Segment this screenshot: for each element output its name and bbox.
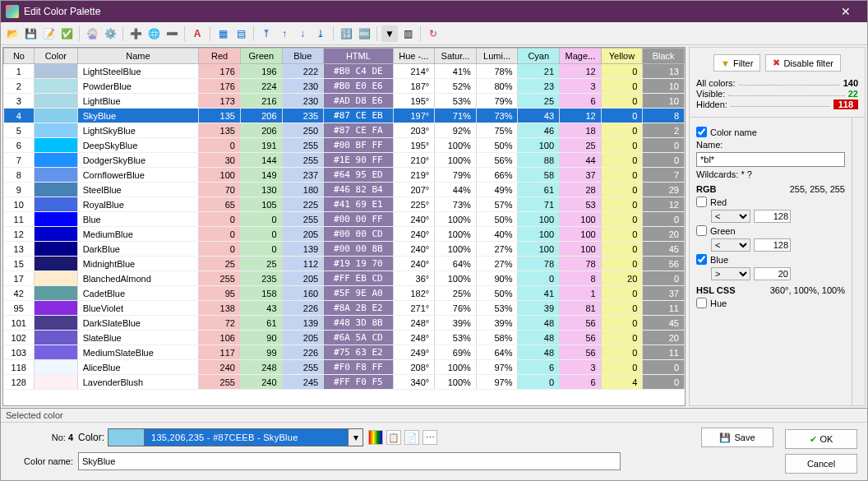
table-row[interactable]: 95BlueViolet13843226#8A 2B E2271°76%53%3… (4, 301, 685, 316)
bottom-icon[interactable]: ⤓ (312, 25, 329, 42)
palette-icon[interactable] (368, 430, 383, 445)
refresh-icon[interactable]: ↻ (425, 25, 441, 42)
table-row[interactable]: 12MediumBlue00205#00 00 CD240°100%40%100… (4, 227, 685, 242)
hue-checkbox[interactable]: Hue (696, 298, 845, 308)
green-checkbox[interactable]: Green (696, 225, 845, 236)
table-row[interactable]: 3LightBlue173216230#AD D8 E6195°53%79%25… (4, 94, 685, 109)
table-row[interactable]: 101DarkSlateBlue7261139#48 3D 8B248°39%3… (4, 316, 685, 331)
name-filter-input[interactable] (696, 152, 845, 167)
table-row[interactable]: 102SlateBlue10690205#6A 5A CD248°53%58%4… (4, 331, 685, 345)
red-op[interactable]: < (711, 210, 750, 223)
col-header[interactable]: Hue -... (393, 49, 435, 64)
table-row[interactable]: 17BlanchedAlmond255235205#FF EB CD36°100… (4, 271, 685, 286)
col-header[interactable]: Green (240, 49, 282, 64)
paste-icon[interactable]: 📄 (404, 430, 419, 445)
col-header[interactable]: Yellow (601, 49, 643, 64)
cancel-button[interactable]: Cancel (785, 454, 857, 474)
blue-val[interactable] (754, 267, 791, 280)
blue-checkbox[interactable]: Blue (696, 254, 845, 265)
col-header[interactable]: Black (643, 49, 685, 64)
table-row[interactable]: 128LavenderBlush255240245#FF F0 F5340°10… (4, 375, 685, 390)
check-icon[interactable]: ✅ (58, 25, 75, 42)
col-header[interactable]: Blue (282, 49, 324, 64)
table-row[interactable]: 1LightSteelBlue176196222#B0 C4 DE214°41%… (4, 64, 685, 79)
color-name-input[interactable] (78, 452, 621, 470)
side-scrollbar[interactable] (852, 118, 865, 405)
window-title: Edit Color Palette (24, 6, 829, 17)
chevron-down-icon[interactable]: ▾ (348, 429, 362, 446)
ok-button[interactable]: ✔OK (785, 429, 857, 449)
remove-icon[interactable]: ➖ (164, 25, 180, 42)
gear-icon[interactable]: ⚙️ (102, 25, 118, 42)
font-icon[interactable]: A (189, 25, 205, 42)
selected-color-panel: Selected color No: 4 Color: 135,206,235 … (1, 408, 867, 480)
add-icon[interactable]: ➕ (127, 25, 144, 42)
more-icon[interactable]: ⋯ (422, 430, 437, 445)
edit-icon[interactable]: 📝 (40, 25, 57, 42)
filter-button[interactable]: ▼Filter (713, 54, 760, 72)
table-row[interactable]: 5LightSkyBlue135206250#87 CE FA203°92%75… (4, 123, 685, 138)
red-checkbox[interactable]: Red (696, 197, 845, 207)
colorname-checkbox[interactable]: Color name (696, 127, 845, 137)
combo-swatch (108, 429, 145, 446)
table-row[interactable]: 118AliceBlue240248255#F0 F8 FF208°100%97… (4, 360, 685, 375)
table-row[interactable]: 15MidnightBlue2525112#19 19 70240°64%27%… (4, 257, 685, 271)
table-row[interactable]: 6DeepSkyBlue0191255#00 BF FF195°100%50%1… (4, 138, 685, 153)
wheel-icon[interactable]: 🎡 (84, 25, 100, 42)
table-row[interactable]: 10RoyalBlue65105225#41 69 E1225°73%57%71… (4, 197, 685, 212)
open-icon[interactable]: 📂 (4, 25, 21, 42)
col-header[interactable]: Red (199, 49, 241, 64)
red-val[interactable] (754, 210, 791, 223)
close-icon[interactable]: ✕ (829, 5, 862, 18)
app-icon (6, 5, 19, 18)
col-header[interactable]: No (4, 49, 35, 64)
grid1-icon[interactable]: ▦ (215, 25, 231, 42)
grid2-icon[interactable]: ▤ (233, 25, 249, 42)
col-header[interactable]: Mage... (560, 49, 602, 64)
green-op[interactable]: < (711, 238, 750, 252)
table-row[interactable]: 13DarkBlue00139#00 00 8B240°100%27%10010… (4, 242, 685, 257)
toolbar: 📂 💾 📝 ✅ 🎡 ⚙️ ➕ 🌐 ➖ A ▦ ▤ ⤒ ↑ ↓ ⤓ 🔢 🔤 ▼ ▥… (1, 22, 867, 45)
col-header[interactable]: Lumi... (476, 49, 518, 64)
table-row[interactable]: 42CadetBlue95158160#5F 9E A0182°25%50%41… (4, 286, 685, 301)
disable-filter-button[interactable]: ✖Disable filter (765, 54, 841, 72)
copy-icon[interactable]: 📋 (386, 430, 401, 445)
color-combo[interactable]: 135,206,235 - #87CEEB - SkyBlue ▾ (108, 428, 363, 446)
table-row[interactable]: 103MediumSlateBlue11799226#75 63 E2249°6… (4, 345, 685, 360)
col-header[interactable]: Satur... (435, 49, 477, 64)
globe-icon[interactable]: 🌐 (145, 25, 162, 42)
blue-op[interactable]: > (711, 267, 750, 280)
filter-panel: ▼Filter ✖Disable filter All colors:140 V… (689, 47, 866, 406)
table-row[interactable]: 7DodgerSkyBlue30144255#1E 90 FF210°100%5… (4, 153, 685, 168)
columns-icon[interactable]: ▥ (399, 25, 416, 42)
table-row[interactable]: 2PowderBlue176224230#B0 E0 E6187°52%80%2… (4, 79, 685, 94)
table-row[interactable]: 4SkyBlue135206235#87 CE EB197°71%73%4312… (4, 109, 685, 123)
table-row[interactable]: 8CornflowerBlue100149237#64 95 ED219°79%… (4, 168, 685, 183)
col-header[interactable]: HTML (324, 49, 393, 64)
save-icon[interactable]: 💾 (22, 25, 39, 42)
col-header[interactable]: Cyan (518, 49, 560, 64)
table-row[interactable]: 9SteelBlue70130180#46 82 B4207°44%49%612… (4, 183, 685, 197)
filter-icon[interactable]: ▼ (381, 25, 398, 42)
color-table[interactable]: NoColorNameRedGreenBlueHTMLHue -...Satur… (2, 47, 686, 406)
table-row[interactable]: 11Blue00255#00 00 FF240°100%50%10010000 (4, 212, 685, 227)
down-icon[interactable]: ↓ (294, 25, 311, 42)
green-val[interactable] (754, 238, 791, 252)
sort-alpha-icon[interactable]: 🔤 (356, 25, 372, 42)
titlebar: Edit Color Palette ✕ (1, 1, 867, 22)
save-button[interactable]: 💾 Save (701, 428, 773, 447)
sort-num-icon[interactable]: 🔢 (338, 25, 354, 42)
up-icon[interactable]: ↑ (276, 25, 293, 42)
top-icon[interactable]: ⤒ (258, 25, 275, 42)
col-header[interactable]: Color (34, 49, 77, 64)
col-header[interactable]: Name (77, 49, 199, 64)
